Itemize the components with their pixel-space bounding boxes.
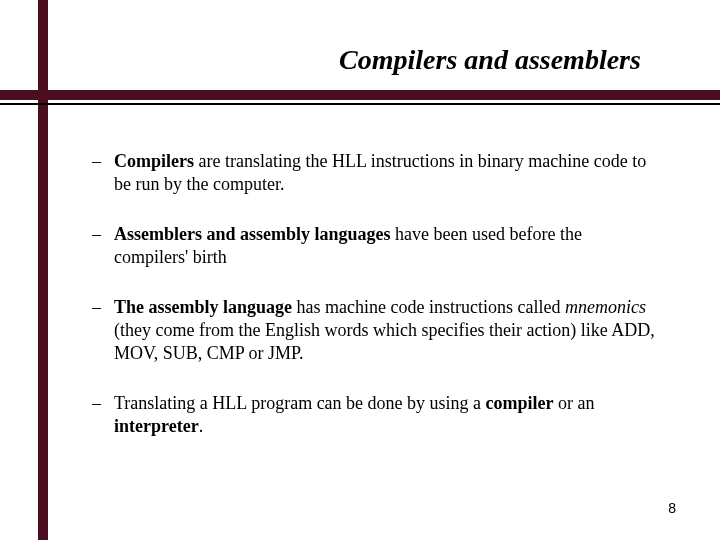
bullet-text: The assembly language has machine code i… [114, 296, 660, 366]
horizontal-rules [0, 90, 720, 105]
page-number: 8 [668, 500, 676, 516]
thin-rule [0, 103, 720, 105]
bullet-text: Assemblers and assembly languages have b… [114, 223, 660, 270]
list-item: – Translating a HLL program can be done … [92, 392, 660, 439]
title-area: Compilers and assemblers [0, 44, 720, 76]
list-item: – Compilers are translating the HLL inst… [92, 150, 660, 197]
content-area: – Compilers are translating the HLL inst… [92, 150, 660, 465]
thick-rule [0, 90, 720, 100]
bullet-dash: – [92, 223, 114, 270]
page-title: Compilers and assemblers [260, 44, 720, 76]
bullet-dash: – [92, 296, 114, 366]
bullet-text: Compilers are translating the HLL instru… [114, 150, 660, 197]
list-item: – The assembly language has machine code… [92, 296, 660, 366]
bullet-dash: – [92, 150, 114, 197]
vertical-rule [38, 0, 48, 540]
list-item: – Assemblers and assembly languages have… [92, 223, 660, 270]
bullet-dash: – [92, 392, 114, 439]
bullet-text: Translating a HLL program can be done by… [114, 392, 660, 439]
